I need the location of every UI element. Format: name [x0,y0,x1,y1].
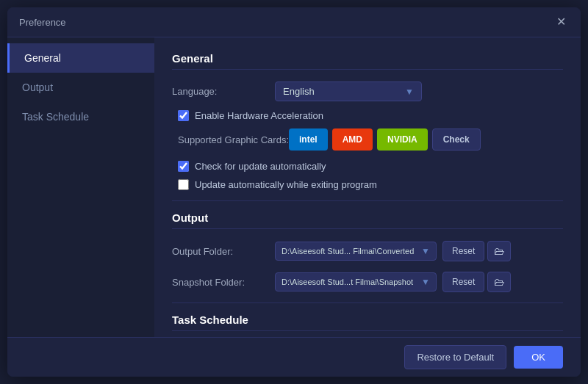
auto-update-row: Update automatically while exiting progr… [178,179,563,190]
auto-update-label: Update automatically while exiting progr… [195,179,377,190]
check-update-label: Check for update automatically [195,161,326,172]
snapshot-folder-dropdown-arrow: ▼ [421,277,430,287]
nvidia-button[interactable]: NVIDIA [377,128,428,151]
folder-icon-2: 🗁 [494,276,504,288]
output-section-title: Output [172,211,563,229]
section-divider-1 [172,200,563,201]
dialog-body: General Output Task Schedule General Lan… [7,37,581,337]
task-section: Task Schedule What do you want to do whe… [172,314,563,337]
restore-default-button[interactable]: Restore to Default [404,345,506,369]
supported-graphic-label: Supported Graphic Cards: [178,134,289,145]
language-dropdown-arrow: ▼ [405,87,414,97]
task-section-title: Task Schedule [172,314,563,331]
folder-icon: 🗁 [494,245,504,257]
dialog-title: Preference [19,17,66,28]
snapshot-folder-label: Snapshot Folder: [172,277,275,288]
snapshot-folder-dropdown[interactable]: D:\Aiseesoft Stud...t Filmai\Snapshot ▼ [275,272,437,291]
ok-button[interactable]: OK [514,346,563,369]
check-button[interactable]: Check [432,128,481,151]
sidebar-item-general[interactable]: General [7,43,154,73]
main-content: General Language: English ▼ Enable Hardw… [154,37,581,337]
check-update-row: Check for update automatically [178,161,563,172]
output-folder-dropdown-arrow: ▼ [421,246,430,256]
hardware-accel-row: Enable Hardware Acceleration [178,110,563,121]
gpu-buttons: intel AMD NVIDIA Check [289,128,481,151]
amd-button[interactable]: AMD [332,128,373,151]
snapshot-reset-button[interactable]: Reset [442,272,484,292]
output-folder-row: Output Folder: D:\Aiseesoft Stud... Film… [172,241,563,261]
language-row: Language: English ▼ [172,81,563,101]
snapshot-folder-row: Snapshot Folder: D:\Aiseesoft Stud...t F… [172,272,563,292]
intel-button[interactable]: intel [289,128,328,151]
section-divider-2 [172,303,563,303]
auto-update-checkbox[interactable] [178,179,189,190]
footer: Restore to Default OK [7,337,581,377]
language-label: Language: [172,86,275,97]
snapshot-folder-browse-button[interactable]: 🗁 [487,272,511,292]
title-bar: Preference ✕ [7,7,581,37]
preference-dialog: Preference ✕ General Output Task Schedul… [7,7,581,377]
hardware-accel-label: Enable Hardware Acceleration [195,110,323,121]
check-update-checkbox[interactable] [178,161,189,172]
hardware-accel-checkbox[interactable] [178,110,189,121]
output-folder-dropdown[interactable]: D:\Aiseesoft Stud... Filmai\Converted ▼ [275,242,437,261]
sidebar-item-output[interactable]: Output [7,73,154,102]
sidebar: General Output Task Schedule [7,37,154,337]
output-reset-button[interactable]: Reset [442,241,484,261]
gpu-cards-row: Supported Graphic Cards: intel AMD NVIDI… [178,128,563,151]
general-section-title: General [172,52,563,70]
output-folder-label: Output Folder: [172,246,275,257]
close-button[interactable]: ✕ [553,15,569,29]
sidebar-item-task-schedule[interactable]: Task Schedule [7,102,154,131]
language-dropdown[interactable]: English ▼ [275,81,422,101]
output-folder-browse-button[interactable]: 🗁 [487,241,511,261]
